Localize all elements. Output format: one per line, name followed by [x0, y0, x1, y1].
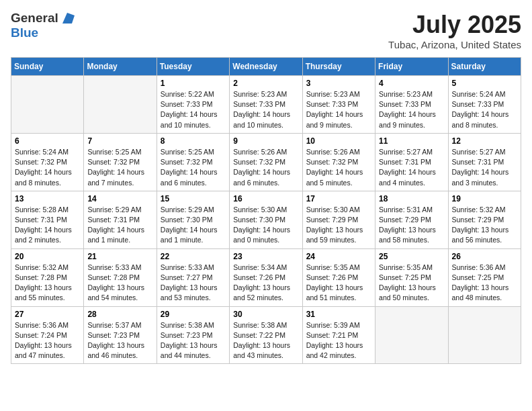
calendar-table: Sunday Monday Tuesday Wednesday Thursday…	[11, 57, 521, 364]
header-saturday: Saturday	[448, 58, 521, 76]
day-info: Sunrise: 5:29 AM Sunset: 7:30 PM Dayligh…	[161, 205, 226, 246]
table-row: 25Sunrise: 5:35 AM Sunset: 7:25 PM Dayli…	[375, 248, 448, 306]
table-row: 30Sunrise: 5:38 AM Sunset: 7:22 PM Dayli…	[230, 306, 302, 364]
day-number: 21	[87, 252, 152, 261]
day-number: 31	[306, 310, 371, 319]
day-number: 5	[452, 79, 517, 88]
day-info: Sunrise: 5:26 AM Sunset: 7:32 PM Dayligh…	[233, 147, 298, 188]
calendar-header-row: Sunday Monday Tuesday Wednesday Thursday…	[11, 58, 521, 76]
day-number: 6	[15, 136, 80, 146]
day-info: Sunrise: 5:39 AM Sunset: 7:21 PM Dayligh…	[306, 320, 371, 361]
calendar-week-row: 20Sunrise: 5:32 AM Sunset: 7:28 PM Dayli…	[11, 248, 521, 306]
table-row: 22Sunrise: 5:33 AM Sunset: 7:27 PM Dayli…	[157, 248, 229, 306]
svg-marker-0	[62, 13, 75, 24]
logo: General Blue	[11, 11, 75, 40]
day-info: Sunrise: 5:31 AM Sunset: 7:29 PM Dayligh…	[379, 205, 444, 246]
header-friday: Friday	[375, 58, 448, 76]
calendar-week-row: 27Sunrise: 5:36 AM Sunset: 7:24 PM Dayli…	[11, 306, 521, 364]
header-sunday: Sunday	[11, 58, 84, 76]
day-info: Sunrise: 5:30 AM Sunset: 7:30 PM Dayligh…	[233, 205, 298, 246]
table-row: 23Sunrise: 5:34 AM Sunset: 7:26 PM Dayli…	[230, 248, 302, 306]
table-row: 26Sunrise: 5:36 AM Sunset: 7:25 PM Dayli…	[448, 248, 521, 306]
day-info: Sunrise: 5:27 AM Sunset: 7:31 PM Dayligh…	[452, 147, 517, 188]
calendar-week-row: 6Sunrise: 5:24 AM Sunset: 7:32 PM Daylig…	[11, 133, 521, 191]
table-row: 15Sunrise: 5:29 AM Sunset: 7:30 PM Dayli…	[157, 191, 229, 248]
table-row: 31Sunrise: 5:39 AM Sunset: 7:21 PM Dayli…	[302, 306, 375, 364]
table-row: 18Sunrise: 5:31 AM Sunset: 7:29 PM Dayli…	[375, 191, 448, 248]
table-row: 1Sunrise: 5:22 AM Sunset: 7:33 PM Daylig…	[157, 76, 229, 134]
day-info: Sunrise: 5:34 AM Sunset: 7:26 PM Dayligh…	[233, 263, 298, 304]
day-number: 16	[233, 194, 298, 203]
table-row: 21Sunrise: 5:33 AM Sunset: 7:28 PM Dayli…	[84, 248, 157, 306]
day-info: Sunrise: 5:27 AM Sunset: 7:31 PM Dayligh…	[379, 147, 444, 188]
title-block: July 2025 Tubac, Arizona, United States	[388, 11, 521, 50]
day-info: Sunrise: 5:23 AM Sunset: 7:33 PM Dayligh…	[306, 89, 371, 130]
table-row: 29Sunrise: 5:38 AM Sunset: 7:23 PM Dayli…	[157, 306, 229, 364]
day-number: 13	[15, 194, 80, 203]
day-info: Sunrise: 5:33 AM Sunset: 7:27 PM Dayligh…	[161, 263, 226, 304]
calendar-week-row: 13Sunrise: 5:28 AM Sunset: 7:31 PM Dayli…	[11, 191, 521, 248]
day-number: 12	[452, 136, 517, 146]
day-number: 27	[15, 310, 80, 319]
day-info: Sunrise: 5:30 AM Sunset: 7:29 PM Dayligh…	[306, 205, 371, 246]
table-row: 20Sunrise: 5:32 AM Sunset: 7:28 PM Dayli…	[11, 248, 84, 306]
table-row: 2Sunrise: 5:23 AM Sunset: 7:33 PM Daylig…	[230, 76, 302, 134]
day-number: 17	[306, 194, 371, 203]
day-info: Sunrise: 5:38 AM Sunset: 7:23 PM Dayligh…	[161, 320, 226, 361]
table-row: 4Sunrise: 5:23 AM Sunset: 7:33 PM Daylig…	[375, 76, 448, 134]
day-number: 18	[379, 194, 444, 203]
table-row	[375, 306, 448, 364]
table-row: 28Sunrise: 5:37 AM Sunset: 7:23 PM Dayli…	[84, 306, 157, 364]
table-row: 19Sunrise: 5:32 AM Sunset: 7:29 PM Dayli…	[448, 191, 521, 248]
table-row: 7Sunrise: 5:25 AM Sunset: 7:32 PM Daylig…	[84, 133, 157, 191]
table-row: 12Sunrise: 5:27 AM Sunset: 7:31 PM Dayli…	[448, 133, 521, 191]
table-row: 24Sunrise: 5:35 AM Sunset: 7:26 PM Dayli…	[302, 248, 375, 306]
day-info: Sunrise: 5:36 AM Sunset: 7:25 PM Dayligh…	[452, 263, 517, 304]
day-info: Sunrise: 5:23 AM Sunset: 7:33 PM Dayligh…	[233, 89, 298, 130]
day-info: Sunrise: 5:26 AM Sunset: 7:32 PM Dayligh…	[306, 147, 371, 188]
day-info: Sunrise: 5:25 AM Sunset: 7:32 PM Dayligh…	[161, 147, 226, 188]
day-number: 19	[452, 194, 517, 203]
day-number: 25	[379, 252, 444, 261]
table-row: 6Sunrise: 5:24 AM Sunset: 7:32 PM Daylig…	[11, 133, 84, 191]
table-row: 17Sunrise: 5:30 AM Sunset: 7:29 PM Dayli…	[302, 191, 375, 248]
day-number: 14	[87, 194, 152, 203]
day-info: Sunrise: 5:22 AM Sunset: 7:33 PM Dayligh…	[161, 89, 226, 130]
day-info: Sunrise: 5:32 AM Sunset: 7:28 PM Dayligh…	[15, 263, 80, 304]
logo-blue-text: Blue	[11, 26, 38, 40]
day-number: 22	[161, 252, 226, 261]
day-info: Sunrise: 5:35 AM Sunset: 7:26 PM Dayligh…	[306, 263, 371, 304]
day-info: Sunrise: 5:35 AM Sunset: 7:25 PM Dayligh…	[379, 263, 444, 304]
header-thursday: Thursday	[302, 58, 375, 76]
header-wednesday: Wednesday	[230, 58, 302, 76]
table-row: 14Sunrise: 5:29 AM Sunset: 7:31 PM Dayli…	[84, 191, 157, 248]
day-number: 8	[161, 136, 226, 146]
day-info: Sunrise: 5:32 AM Sunset: 7:29 PM Dayligh…	[452, 205, 517, 246]
day-number: 28	[87, 310, 152, 319]
logo-triangle-icon	[60, 13, 75, 25]
day-number: 11	[379, 136, 444, 146]
day-info: Sunrise: 5:29 AM Sunset: 7:31 PM Dayligh…	[87, 205, 152, 246]
day-info: Sunrise: 5:38 AM Sunset: 7:22 PM Dayligh…	[233, 320, 298, 361]
table-row: 27Sunrise: 5:36 AM Sunset: 7:24 PM Dayli…	[11, 306, 84, 364]
day-number: 24	[306, 252, 371, 261]
day-number: 7	[87, 136, 152, 146]
header-monday: Monday	[84, 58, 157, 76]
table-row: 5Sunrise: 5:24 AM Sunset: 7:33 PM Daylig…	[448, 76, 521, 134]
day-info: Sunrise: 5:37 AM Sunset: 7:23 PM Dayligh…	[87, 320, 152, 361]
table-row: 8Sunrise: 5:25 AM Sunset: 7:32 PM Daylig…	[157, 133, 229, 191]
day-number: 20	[15, 252, 80, 261]
day-number: 3	[306, 79, 371, 88]
day-number: 15	[161, 194, 226, 203]
day-info: Sunrise: 5:28 AM Sunset: 7:31 PM Dayligh…	[15, 205, 80, 246]
table-row: 16Sunrise: 5:30 AM Sunset: 7:30 PM Dayli…	[230, 191, 302, 248]
table-row: 3Sunrise: 5:23 AM Sunset: 7:33 PM Daylig…	[302, 76, 375, 134]
day-info: Sunrise: 5:25 AM Sunset: 7:32 PM Dayligh…	[87, 147, 152, 188]
day-number: 1	[161, 79, 226, 88]
calendar-location: Tubac, Arizona, United States	[388, 39, 521, 50]
table-row	[84, 76, 157, 134]
day-number: 4	[379, 79, 444, 88]
page-header: General Blue July 2025 Tubac, Arizona, U…	[11, 11, 521, 50]
day-info: Sunrise: 5:24 AM Sunset: 7:33 PM Dayligh…	[452, 89, 517, 130]
logo-general-text: General	[11, 11, 58, 26]
